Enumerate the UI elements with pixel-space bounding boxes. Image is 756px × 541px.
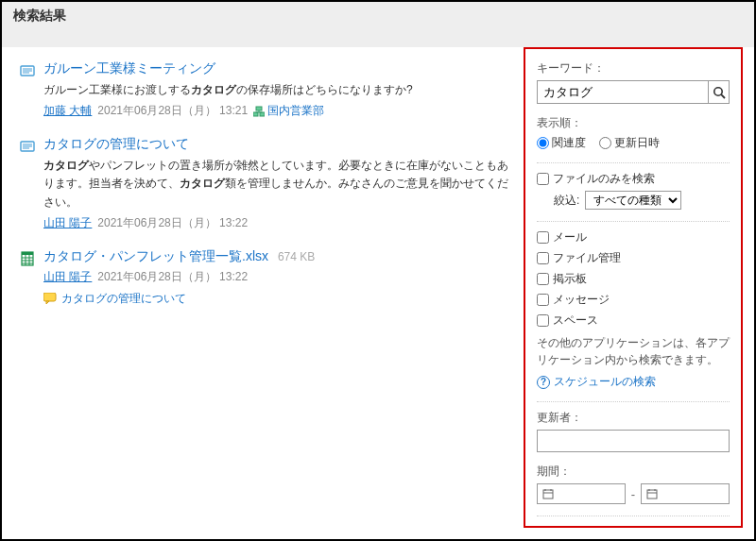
- order-label: 表示順：: [537, 115, 730, 131]
- xlsx-icon: [19, 250, 36, 267]
- divider: [537, 221, 730, 222]
- search-icon: [713, 86, 726, 99]
- narrow-label: 絞込:: [554, 193, 579, 209]
- result-title-link[interactable]: ガルーン工業様ミーティング: [43, 60, 215, 76]
- result-item: カタログ・パンフレット管理一覧.xlsx 674 KB 山田 陽子 2021年0…: [19, 248, 510, 307]
- svg-point-21: [713, 87, 721, 94]
- calendar-icon: [646, 488, 658, 499]
- result-description: カタログやパンフレットの置き場所が雑然としています。必要なときに在庫がないことも…: [43, 157, 510, 211]
- updater-label: 更新者：: [537, 410, 730, 426]
- app-note: その他のアプリケーションは、各アプリケーション内から検索できます。: [537, 334, 730, 368]
- order-relevance-radio[interactable]: 関連度: [537, 135, 586, 151]
- result-category[interactable]: 国内営業部: [253, 103, 324, 119]
- result-date: 2021年06月28日（月） 13:22: [97, 269, 248, 285]
- comment-icon: [43, 293, 57, 304]
- divider: [537, 401, 730, 402]
- schedule-search-link[interactable]: ? スケジュールの検索: [537, 374, 656, 390]
- file-size: 674 KB: [278, 250, 315, 263]
- svg-rect-14: [22, 252, 33, 255]
- svg-rect-23: [543, 490, 553, 499]
- divider: [537, 162, 730, 163]
- result-description: ガルーン工業様にお渡しするカタログの保存場所はどちらになりますか?: [43, 81, 510, 99]
- keyword-search-button[interactable]: [708, 81, 729, 103]
- period-label: 期間：: [537, 464, 730, 480]
- app-mail-checkbox[interactable]: メール: [537, 229, 730, 245]
- app-message-checkbox[interactable]: メッセージ: [537, 292, 730, 308]
- help-icon: ?: [537, 376, 550, 389]
- result-item: カタログの管理について カタログやパンフレットの置き場所が雑然としています。必要…: [19, 136, 510, 231]
- result-title-link[interactable]: カタログ・パンフレット管理一覧.xlsx: [43, 248, 268, 263]
- svg-rect-27: [647, 490, 657, 499]
- keyword-input[interactable]: [538, 81, 708, 103]
- svg-rect-5: [253, 112, 258, 116]
- result-author[interactable]: 山田 陽子: [43, 269, 92, 285]
- result-title-link[interactable]: カタログの管理について: [43, 136, 189, 151]
- svg-rect-6: [260, 112, 265, 116]
- file-type-select[interactable]: すべての種類: [585, 191, 681, 210]
- date-separator: -: [631, 487, 635, 501]
- svg-rect-20: [43, 293, 56, 301]
- app-checkbox-list: メール ファイル管理 掲示板 メッセージ スペース その他のアプリケーションは、…: [537, 229, 730, 390]
- exclude-file-checkbox[interactable]: ファイルを除いて検索: [537, 524, 730, 528]
- result-author[interactable]: 加藤 大輔: [43, 103, 92, 119]
- board-icon: [19, 62, 36, 79]
- app-space-checkbox[interactable]: スペース: [537, 313, 730, 329]
- divider: [537, 516, 730, 516]
- order-updated-radio[interactable]: 更新日時: [599, 135, 660, 151]
- date-to-input[interactable]: [641, 483, 730, 504]
- page-title: 検索結果: [2, 2, 754, 30]
- result-author[interactable]: 山田 陽子: [43, 215, 92, 231]
- search-results: ガルーン工業様ミーティング ガルーン工業様にお渡しするカタログの保存場所はどちら…: [13, 47, 524, 528]
- search-filter-panel: キーワード： 表示順： 関連度 更新日時 ファイルのみを検索: [524, 47, 743, 528]
- calendar-icon: [542, 488, 554, 499]
- result-date: 2021年06月28日（月） 13:22: [97, 215, 248, 231]
- app-board-checkbox[interactable]: 掲示板: [537, 271, 730, 287]
- result-sublink[interactable]: カタログの管理について: [61, 291, 186, 307]
- date-from-input[interactable]: [537, 483, 626, 504]
- file-only-checkbox[interactable]: ファイルのみを検索: [537, 171, 730, 187]
- org-icon: [253, 106, 265, 117]
- board-icon: [19, 138, 36, 155]
- updater-input[interactable]: [537, 430, 730, 452]
- keyword-label: キーワード：: [537, 60, 730, 76]
- app-file-checkbox[interactable]: ファイル管理: [537, 250, 730, 266]
- svg-line-22: [721, 94, 725, 98]
- svg-rect-4: [256, 107, 262, 110]
- result-item: ガルーン工業様ミーティング ガルーン工業様にお渡しするカタログの保存場所はどちら…: [19, 60, 510, 119]
- result-date: 2021年06月28日（月） 13:21: [97, 103, 248, 119]
